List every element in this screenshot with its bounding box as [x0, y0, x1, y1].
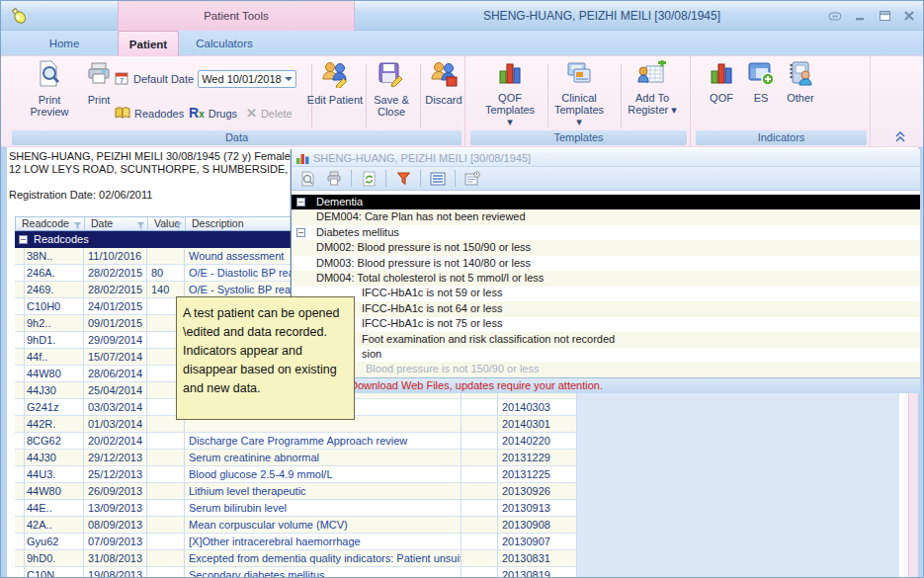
- list-view-icon[interactable]: [428, 169, 448, 188]
- tree-row-label: DEM004: Care Plan has not been reviewed: [316, 209, 526, 224]
- bar-chart-icon: [709, 60, 734, 88]
- window-controls: [827, 9, 917, 22]
- column-header-value[interactable]: Value: [148, 217, 186, 230]
- cell-code: 9h2..: [25, 315, 84, 332]
- tree-row-label: DM003: Blood pressure is not 140/80 or l…: [316, 256, 531, 271]
- drugs-button[interactable]: Rx Drugs: [189, 106, 237, 122]
- cell-date: 25/12/2013: [84, 466, 147, 483]
- ribbon-group-templates: QOF Templates ▾ Clinical Templates ▾ Add…: [467, 56, 691, 147]
- cell-extra: [462, 450, 498, 466]
- tree-row-label: DM002: Blood pressure is not 150/90 or l…: [316, 240, 531, 255]
- cell-code: 44J30: [25, 450, 84, 466]
- readcodes-button[interactable]: Readodes: [115, 106, 184, 122]
- cell-value: [147, 500, 185, 517]
- cell-num: 20130831: [498, 550, 577, 567]
- minimize-icon[interactable]: [852, 9, 868, 22]
- table-row[interactable]: 44U3.25/12/2013Blood glucose 2.5-4.9 mmo…: [15, 466, 903, 483]
- bar-chart-icon: [497, 60, 523, 88]
- collapse-expander-icon[interactable]: –: [19, 235, 28, 244]
- row-filler: [577, 399, 899, 416]
- cell-value: 80: [147, 265, 185, 282]
- row-filler: [577, 500, 899, 517]
- print-icon[interactable]: [324, 169, 344, 188]
- discard-button[interactable]: Discard: [415, 60, 472, 106]
- cell-value: [147, 517, 185, 534]
- child-window-title-bar: SHENG-HUANG, PEIZHI MEILI [30/08/1945]: [292, 149, 920, 167]
- tree-indicator-row[interactable]: DM004: Total cholesterol is not 5 mmol/l…: [292, 271, 920, 287]
- table-row[interactable]: Gyu6207/09/2013[X]Other intracerebral ha…: [15, 534, 903, 550]
- row-gutter: [15, 517, 25, 534]
- row-gutter: [15, 282, 25, 298]
- tree-group-row[interactable]: –Dementia: [292, 195, 920, 210]
- edit-patient-button[interactable]: Edit Patient: [306, 60, 364, 106]
- collapse-expander-icon[interactable]: –: [296, 198, 305, 206]
- collapse-expander-icon[interactable]: –: [296, 228, 305, 237]
- cell-extra: [462, 399, 498, 416]
- cell-date: 28/02/2015: [84, 265, 147, 282]
- cell-date: 19/08/2013: [84, 567, 147, 578]
- tree-indicator-row[interactable]: Blood pressure is not 150/90 or less: [292, 362, 920, 377]
- print-preview-icon[interactable]: [297, 169, 317, 188]
- tree-indicator-row[interactable]: IFCC-HbA1c is not 59 or less: [292, 286, 920, 301]
- table-row[interactable]: 44J3029/12/2013Serum creatinine abnormal…: [15, 450, 903, 466]
- cell-code: C10N.: [25, 567, 84, 578]
- default-date-dropdown[interactable]: Wed 10/01/2018: [198, 70, 296, 88]
- column-header-date[interactable]: Date: [85, 217, 148, 230]
- window-position-icon[interactable]: [827, 9, 843, 22]
- collapse-ribbon-icon[interactable]: [893, 129, 911, 142]
- tab-calculators[interactable]: Calculators: [179, 31, 270, 56]
- tree-indicator-row[interactable]: DEM004: Care Plan has not been reviewed: [292, 209, 920, 225]
- cell-date: 13/09/2013: [84, 500, 147, 517]
- notification-text: Download Web Files, updates require your…: [350, 379, 603, 391]
- tree-group-row[interactable]: –Diabetes mellitus: [292, 225, 920, 241]
- cell-code: 44U3.: [25, 466, 84, 483]
- add-register-icon: [637, 60, 667, 88]
- close-icon[interactable]: [901, 9, 917, 22]
- cell-code: 42A..: [25, 517, 84, 534]
- row-filler: [577, 534, 899, 550]
- clinical-templates-button[interactable]: Clinical Templates ▾: [550, 60, 608, 127]
- tree-indicator-row[interactable]: Foot examination and risk classification…: [292, 332, 920, 348]
- refresh-icon[interactable]: [359, 169, 378, 188]
- cell-num: 20130819: [498, 567, 577, 578]
- qof-templates-button[interactable]: QOF Templates ▾: [481, 60, 539, 127]
- tree-indicator-row[interactable]: DM002: Blood pressure is not 150/90 or l…: [292, 240, 920, 256]
- tree-indicator-row[interactable]: sion: [292, 347, 920, 363]
- row-filler: [577, 416, 899, 433]
- table-row[interactable]: 442R.01/03/201420140301: [15, 416, 903, 433]
- cell-value: [147, 567, 185, 578]
- tab-patient[interactable]: Patient: [118, 31, 179, 56]
- tree-indicator-row[interactable]: IFCC-HbA1c is not 75 or less: [292, 316, 920, 332]
- maximize-icon[interactable]: [877, 9, 892, 22]
- application-window: Patient Tools SHENG-HUANG, PEIZHI MEILI …: [0, 0, 924, 578]
- add-to-register-button[interactable]: Add To Register ▾: [624, 60, 681, 116]
- delete-button[interactable]: ✕ Delete: [246, 106, 293, 121]
- table-row[interactable]: 9hD0.31/08/2013Excepted from dementia qu…: [15, 550, 903, 567]
- form-settings-icon[interactable]: [462, 169, 482, 188]
- cell-extra: [462, 534, 498, 550]
- filter-funnel-icon[interactable]: [393, 169, 413, 188]
- table-row[interactable]: C10N.19/08/2013Secondary diabetes mellit…: [15, 567, 903, 578]
- table-row[interactable]: G241z03/03/201420140303: [15, 399, 903, 416]
- window-frame-left: [1, 147, 7, 578]
- other-indicator-button[interactable]: Other: [772, 60, 829, 104]
- tab-home[interactable]: Home: [29, 31, 100, 56]
- default-date-label: Default Date: [133, 73, 194, 85]
- table-row[interactable]: 8CG6220/02/2014Discharge Care Programme …: [15, 433, 903, 450]
- table-row[interactable]: 44W8026/09/2013Lithium level therapeutic…: [15, 483, 903, 500]
- table-row[interactable]: 44E..13/09/2013Serum bilirubin level2013…: [15, 500, 903, 517]
- app-icon[interactable]: [9, 6, 29, 30]
- row-gutter: [15, 315, 25, 332]
- table-row[interactable]: 42A..08/09/2013Mean corpuscular volume (…: [15, 517, 903, 534]
- row-gutter: [15, 466, 25, 483]
- cell-code: 9hD0.: [25, 550, 84, 567]
- tree-indicator-row[interactable]: IFCC-HbA1c is not 64 or less: [292, 301, 920, 317]
- cell-date: 15/07/2014: [84, 349, 147, 366]
- column-header-readcode[interactable]: Readcode: [16, 217, 85, 230]
- cell-date: 11/10/2016: [84, 248, 147, 265]
- save-close-button[interactable]: Save & Close: [363, 60, 420, 118]
- tree-indicator-row[interactable]: DM003: Blood pressure is not 140/80 or l…: [292, 256, 920, 272]
- cell-code: 38N..: [25, 248, 84, 265]
- print-preview-icon: [37, 60, 62, 88]
- cell-date: 28/06/2014: [84, 366, 147, 382]
